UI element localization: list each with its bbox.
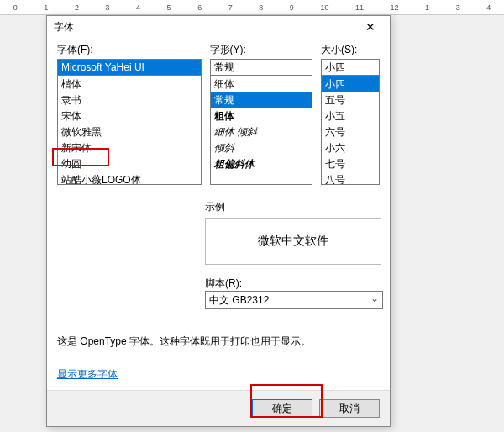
list-item[interactable]: 小五 [322,108,379,124]
list-item[interactable]: 隶书 [58,92,201,108]
list-item[interactable]: 小六 [322,140,379,156]
list-item[interactable]: 微软雅黑 [58,124,201,140]
list-item[interactable]: 新宋体 [58,140,201,156]
size-label: 大小(S): [321,43,380,57]
style-label: 字形(Y): [210,43,313,57]
button-row: 确定 取消 [47,390,390,426]
titlebar: 字体 ✕ [47,16,390,38]
info-text: 这是 OpenType 字体。这种字体既用于打印也用于显示。 [57,335,380,349]
script-value: 中文 GB2312 [209,294,269,306]
list-item[interactable]: 粗体 [211,108,312,124]
list-item[interactable]: 站酷小薇LOGO体 [58,172,201,185]
style-input[interactable] [210,59,313,76]
more-fonts-link[interactable]: 显示更多字体 [57,367,380,382]
list-item[interactable]: 七号 [322,156,379,172]
cancel-button[interactable]: 取消 [319,399,380,418]
list-item[interactable]: 小四 [322,76,379,92]
close-icon[interactable]: ✕ [358,18,383,35]
size-listbox[interactable]: 小四五号小五六号小六七号八号 [321,76,380,185]
ruler: 0123456789101112134 [0,0,504,15]
font-dialog: 字体 ✕ 字体(F): 楷体隶书宋体微软雅黑新宋体幼圆站酷小薇LOGO体 字形(… [46,15,391,427]
list-item[interactable]: 粗偏斜体 [211,156,312,172]
sample-box: 微软中文软件 [205,218,381,265]
script-label: 脚本(R): [205,277,242,289]
list-item[interactable]: 五号 [322,92,379,108]
script-select[interactable]: 中文 GB2312 [205,291,383,309]
size-input[interactable] [321,59,380,76]
style-listbox[interactable]: 细体常规粗体细体 倾斜倾斜粗偏斜体 [210,76,313,185]
list-item[interactable]: 宋体 [58,108,201,124]
list-item[interactable]: 细体 倾斜 [211,124,312,140]
font-label: 字体(F): [57,43,202,57]
list-item[interactable]: 细体 [211,76,312,92]
font-listbox[interactable]: 楷体隶书宋体微软雅黑新宋体幼圆站酷小薇LOGO体 [57,76,202,185]
list-item[interactable]: 倾斜 [211,140,312,156]
font-input[interactable] [57,59,202,76]
list-item[interactable]: 常规 [211,92,312,108]
sample-label: 示例 [205,200,381,214]
list-item[interactable]: 幼圆 [58,156,201,172]
sample-text: 微软中文软件 [258,234,328,249]
list-item[interactable]: 八号 [322,172,379,185]
list-item[interactable]: 六号 [322,124,379,140]
list-item[interactable]: 楷体 [58,76,201,92]
ok-button[interactable]: 确定 [252,399,312,418]
dialog-title: 字体 [54,20,358,34]
dialog-content: 字体(F): 楷体隶书宋体微软雅黑新宋体幼圆站酷小薇LOGO体 字形(Y): 细… [47,38,390,390]
